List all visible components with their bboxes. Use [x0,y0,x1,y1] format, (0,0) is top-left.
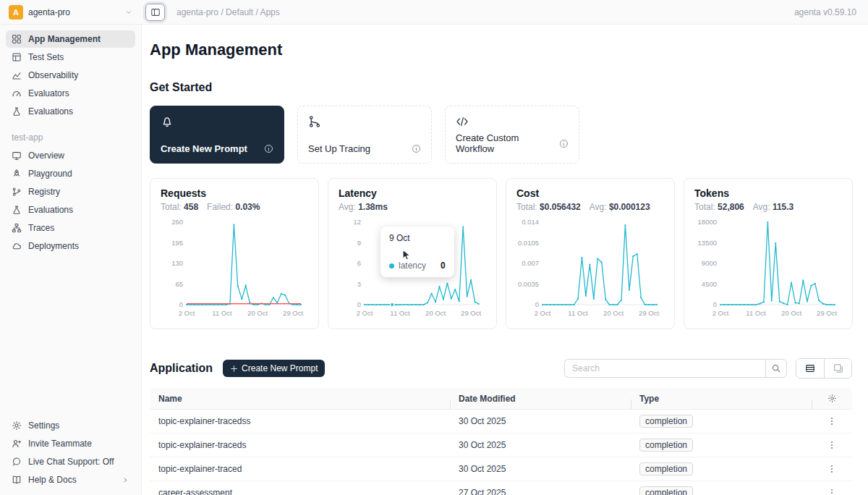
apps-table: NameDate ModifiedType topic-explainer-tr… [150,388,852,495]
chart-line-icon [12,70,22,80]
svg-text:11 Oct: 11 Oct [212,309,232,317]
svg-text:11 Oct: 11 Oct [390,309,410,317]
svg-text:2 Oct: 2 Oct [357,309,373,317]
workspace-selector[interactable]: A agenta-pro [0,5,142,20]
stat-value: 115.3 [773,202,793,212]
monitor-icon [12,151,22,161]
info-icon[interactable] [264,144,273,153]
sidebar-item-evaluations[interactable]: Evaluations [6,201,135,219]
metric-stats: Total: $0.056432Avg: $0.000123 [516,202,664,212]
get-started-card-create-custom-workflow[interactable]: Create Custom Workflow [445,106,579,164]
sidebar-item-overview[interactable]: Overview [6,147,135,164]
sidebar-item-label: Test Sets [28,52,64,62]
sidebar-item-deployments[interactable]: Deployments [6,237,135,255]
sidebar-item-test-sets[interactable]: Test Sets [6,48,135,66]
app-type-cell: completion [631,462,812,475]
svg-text:2 Oct: 2 Oct [535,309,551,317]
search-input[interactable] [564,359,765,378]
sidebar-item-registry[interactable]: Registry [6,183,135,200]
row-menu-button[interactable] [825,415,838,428]
sidebar-toggle-button[interactable] [145,4,165,21]
app-name: topic-explainer-tracedss [150,416,450,426]
metric-stats: Total: 52,806Avg: 115.3 [694,202,842,212]
workspace-avatar: A [9,5,23,20]
tracing-icon [308,115,321,128]
app-date-modified: 30 Oct 2025 [450,440,631,450]
table-view-button[interactable] [796,359,824,378]
type-badge: completion [639,415,693,428]
topbar: A agenta-pro agenta-pro / Default / Apps… [0,0,868,25]
sidebar-item-label: Help & Docs [28,475,77,485]
table-row[interactable]: topic-explainer-traced30 Oct 2025complet… [150,457,852,481]
sidebar-item-observability[interactable]: Observability [6,67,135,84]
app-type-cell: completion [631,439,812,452]
create-new-prompt-button[interactable]: Create New Prompt [223,360,325,377]
table-row[interactable]: career-assessment27 Oct 2025completion [150,481,852,495]
workspace-name: agenta-pro [28,7,70,17]
sidebar-item-evaluators[interactable]: Evaluators [6,85,135,102]
metric-card-requests: RequestsTotal: 458Failed: 0.03%065130195… [150,178,319,329]
stat-value: 52,806 [718,202,744,212]
code-icon [456,115,469,128]
flask-icon [12,205,22,215]
card-label: Set Up Tracing [308,143,370,154]
rocket-icon [12,169,22,179]
sidebar-item-traces[interactable]: Traces [6,219,135,237]
stat-label: Avg: [590,202,607,212]
app-name: topic-explainer-traceds [150,440,450,450]
sidebar-item-label: Settings [28,420,59,431]
column-settings-button[interactable] [812,394,852,403]
svg-text:65: 65 [175,280,183,288]
get-started-card-create-new-prompt[interactable]: Create New Prompt [150,106,284,164]
search-icon [771,363,781,373]
column-header-date-modified[interactable]: Date Modified [450,394,631,404]
table-row[interactable]: topic-explainer-tracedss30 Oct 2025compl… [150,410,852,433]
stat-value: 0.03% [235,202,260,212]
main-content: App Management Get Started Create New Pr… [142,25,868,495]
sidebar-item-label: Playground [28,169,72,179]
stat-value: $0.000123 [609,202,650,212]
type-badge: completion [639,486,693,495]
chart-tokens: 04500900013500180002 Oct11 Oct20 Oct29 O… [694,218,842,323]
get-started-card-set-up-tracing[interactable]: Set Up Tracing [297,106,432,164]
metric-title: Tokens [694,187,842,199]
svg-text:2 Oct: 2 Oct [179,309,195,317]
tooltip-series-row: latency0 [389,261,446,271]
table-row[interactable]: topic-explainer-traceds30 Oct 2025comple… [150,433,852,457]
row-actions [812,462,852,475]
sidebar-item-help-docs[interactable]: Help & Docs [6,471,135,488]
card-view-button[interactable] [824,359,851,378]
search-button[interactable] [765,359,787,378]
svg-text:29 Oct: 29 Oct [817,309,837,317]
info-icon[interactable] [559,139,569,148]
metric-card-tokens: TokensTotal: 52,806Avg: 115.304500900013… [684,178,853,329]
version-label: agenta v0.59.10 [794,7,856,17]
sidebar-item-invite-teammate[interactable]: Invite Teammate [6,435,135,452]
svg-text:29 Oct: 29 Oct [639,309,659,317]
book-icon [12,475,22,485]
sidebar-item-playground[interactable]: Playground [6,165,135,182]
info-icon[interactable] [412,144,421,153]
column-header-type[interactable]: Type [631,394,812,404]
svg-text:20 Oct: 20 Oct [603,309,624,317]
sidebar-item-app-management[interactable]: App Management [6,30,135,48]
sidebar-item-label: Evaluators [28,88,69,98]
column-header-name[interactable]: Name [150,394,450,404]
svg-text:0.014: 0.014 [522,218,539,226]
svg-text:195: 195 [171,239,183,247]
row-menu-button[interactable] [825,486,838,495]
svg-text:20 Oct: 20 Oct [781,309,801,317]
breadcrumb[interactable]: agenta-pro / Default / Apps [176,7,280,17]
tooltip-value: 0 [430,261,446,271]
row-menu-button[interactable] [825,462,838,475]
sidebar-item-settings[interactable]: Settings [6,417,135,434]
view-toggle [796,358,852,378]
stat-label: Total: [516,202,537,212]
sidebar-item-live-chat-support-off[interactable]: Live Chat Support: Off [6,453,135,470]
metric-card-latency: LatencyAvg: 1.38ms0369122 Oct11 Oct20 Oc… [328,178,497,329]
sidebar-item-evaluations[interactable]: Evaluations [6,103,135,120]
svg-text:9000: 9000 [702,259,717,267]
svg-text:4500: 4500 [702,280,717,288]
row-menu-button[interactable] [825,439,838,452]
sidebar-item-label: Evaluations [28,106,73,117]
